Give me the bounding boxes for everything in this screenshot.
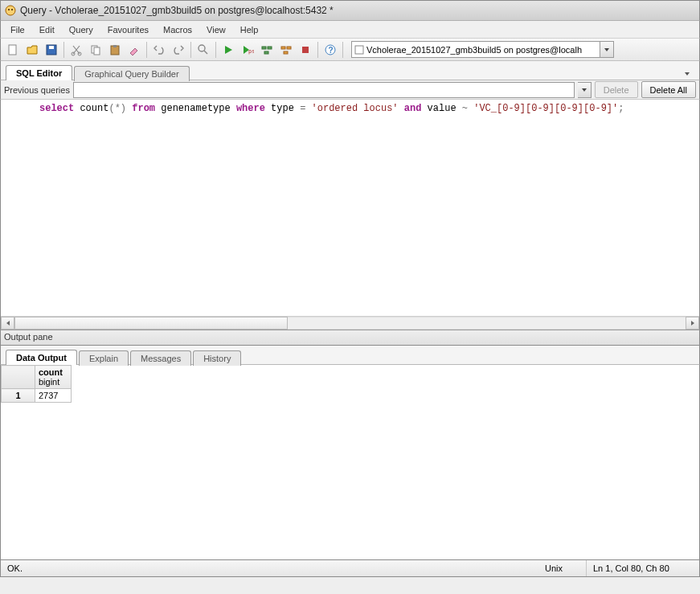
- toolbar-separator: [63, 42, 64, 58]
- previous-queries-bar: Previous queries Delete Delete All: [0, 80, 700, 100]
- toolbar-separator: [146, 42, 147, 58]
- sql-editor[interactable]: select count(*) from genenametype where …: [1, 100, 699, 316]
- tab-data-output[interactable]: Data Output: [6, 350, 77, 365]
- menu-edit[interactable]: Edit: [33, 23, 61, 36]
- scrollbar-thumb[interactable]: [14, 317, 288, 330]
- row-header[interactable]: 1: [2, 389, 35, 403]
- output-pane-label: Output pane: [0, 330, 700, 346]
- editor-tabs: SQL Editor Graphical Query Builder: [0, 61, 700, 80]
- svg-rect-20: [302, 47, 309, 53]
- explain-icon[interactable]: [258, 41, 276, 59]
- menu-macros[interactable]: Macros: [157, 23, 199, 36]
- open-icon[interactable]: [23, 41, 41, 59]
- previous-queries-combo[interactable]: [73, 82, 575, 98]
- toolbar: ps ? Vcholerae_20151027_gmb3build5 on po…: [0, 39, 700, 61]
- sql-editor-container: select count(*) from genenametype where …: [0, 100, 700, 330]
- app-icon: [4, 4, 17, 17]
- grid-corner: [2, 366, 35, 389]
- explain-analyze-icon[interactable]: [277, 41, 295, 59]
- db-selector-value: Vcholerae_20151027_gmb3build5 on postgre…: [366, 45, 582, 55]
- find-icon[interactable]: [194, 41, 212, 59]
- scrollbar-track[interactable]: [288, 317, 686, 330]
- clear-icon[interactable]: [125, 41, 143, 59]
- titlebar: Query - Vcholerae_20151027_gmb3build5 on…: [0, 0, 700, 21]
- toolbar-separator: [317, 42, 318, 58]
- tab-explain[interactable]: Explain: [79, 350, 129, 366]
- status-encoding: Unix: [538, 560, 587, 576]
- svg-point-2: [11, 9, 13, 10]
- tabs-overflow-icon[interactable]: [680, 68, 694, 80]
- menu-file[interactable]: File: [4, 23, 31, 36]
- toolbar-separator: [215, 42, 216, 58]
- scroll-right-icon[interactable]: [686, 317, 699, 330]
- status-message: OK.: [1, 560, 538, 576]
- menu-help[interactable]: Help: [234, 23, 265, 36]
- help-icon[interactable]: ?: [321, 41, 339, 59]
- svg-rect-11: [113, 45, 117, 47]
- svg-rect-23: [355, 46, 363, 54]
- db-selector[interactable]: Vcholerae_20151027_gmb3build5 on postgre…: [351, 41, 696, 58]
- tab-graphical-query-builder[interactable]: Graphical Query Builder: [74, 66, 189, 81]
- cell-count-value[interactable]: 2737: [35, 389, 72, 403]
- paste-icon[interactable]: [106, 41, 124, 59]
- svg-point-0: [6, 6, 15, 15]
- cancel-icon[interactable]: [297, 41, 314, 59]
- svg-rect-3: [9, 45, 16, 55]
- statusbar: OK. Unix Ln 1, Col 80, Ch 80: [0, 559, 700, 577]
- execute-pgscript-icon[interactable]: ps: [239, 41, 256, 59]
- column-header-count[interactable]: count bigint: [35, 366, 72, 389]
- output-tabs: Data Output Explain Messages History: [0, 346, 700, 365]
- menu-view[interactable]: View: [200, 23, 232, 36]
- dropdown-icon[interactable]: [600, 41, 614, 58]
- table-row[interactable]: 1 2737: [2, 389, 72, 403]
- tab-history[interactable]: History: [193, 350, 241, 366]
- result-grid-container: count bigint 1 2737: [0, 365, 700, 559]
- execute-icon[interactable]: [219, 41, 237, 59]
- horizontal-scrollbar[interactable]: [1, 316, 699, 330]
- db-unchecked-icon: [354, 44, 365, 55]
- menu-favourites[interactable]: Favourites: [101, 23, 155, 36]
- toolbar-separator: [190, 42, 191, 58]
- menu-query[interactable]: Query: [63, 23, 100, 36]
- svg-point-1: [8, 9, 10, 10]
- tab-messages[interactable]: Messages: [130, 350, 191, 366]
- status-position: Ln 1, Col 80, Ch 80: [587, 560, 699, 576]
- toolbar-separator: [342, 42, 343, 58]
- svg-rect-14: [262, 47, 266, 49]
- dropdown-icon[interactable]: [578, 82, 592, 98]
- previous-queries-label: Previous queries: [4, 85, 70, 95]
- svg-rect-15: [268, 47, 272, 49]
- new-icon[interactable]: [4, 41, 22, 59]
- svg-text:ps: ps: [248, 48, 254, 55]
- delete-button: Delete: [595, 81, 638, 98]
- save-icon[interactable]: [43, 41, 60, 59]
- svg-rect-17: [281, 47, 285, 49]
- tab-sql-editor[interactable]: SQL Editor: [6, 65, 72, 80]
- svg-rect-5: [49, 46, 54, 49]
- result-grid[interactable]: count bigint 1 2737: [1, 365, 72, 403]
- svg-text:?: ?: [329, 46, 334, 55]
- svg-rect-18: [287, 47, 291, 49]
- redo-icon[interactable]: [170, 41, 187, 59]
- undo-icon[interactable]: [150, 41, 168, 59]
- cut-icon[interactable]: [68, 41, 85, 59]
- copy-icon[interactable]: [87, 41, 104, 59]
- delete-all-button[interactable]: Delete All: [641, 81, 696, 98]
- svg-rect-19: [284, 51, 288, 54]
- svg-rect-9: [94, 47, 100, 55]
- scroll-left-icon[interactable]: [1, 317, 14, 330]
- svg-point-12: [199, 45, 205, 51]
- menubar: File Edit Query Favourites Macros View H…: [0, 21, 700, 39]
- svg-rect-16: [264, 51, 268, 54]
- window-title: Query - Vcholerae_20151027_gmb3build5 on…: [20, 5, 334, 16]
